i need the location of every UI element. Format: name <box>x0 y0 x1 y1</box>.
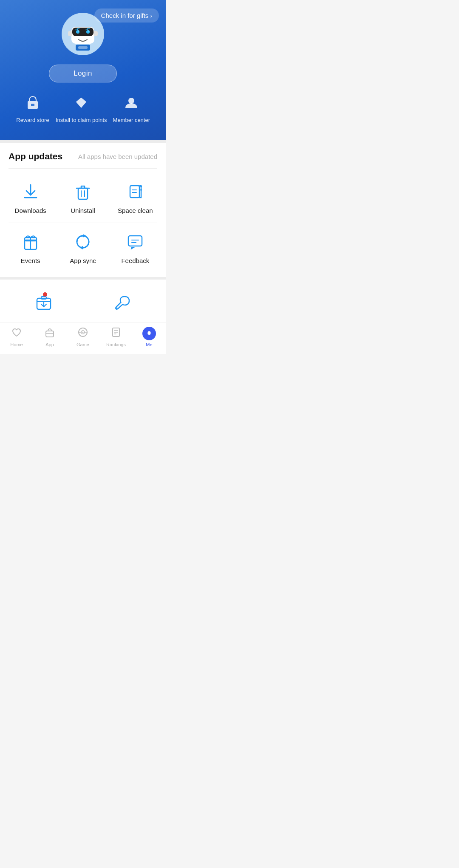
person-svg-icon <box>124 95 139 110</box>
events-label: Events <box>21 257 40 264</box>
sync-icon <box>72 231 94 253</box>
check-in-button[interactable]: Check in for gifts › <box>94 8 159 23</box>
game-nav-label: Game <box>76 342 89 347</box>
svg-rect-24 <box>46 331 54 337</box>
downloads-label: Downloads <box>15 207 46 214</box>
svg-point-8 <box>88 31 90 32</box>
svg-rect-4 <box>72 28 94 36</box>
grid-item-downloads[interactable]: Downloads <box>9 181 52 214</box>
feedback-svg-icon <box>125 232 145 252</box>
login-label: Login <box>74 69 92 77</box>
person-icon <box>124 95 139 113</box>
store-icon <box>25 95 40 113</box>
member-center-label: Member center <box>113 117 150 123</box>
bag-icon <box>44 327 55 340</box>
wrench-icon <box>111 291 133 314</box>
grid-item-space-clean[interactable]: Space clean <box>114 181 156 214</box>
grid-item-feedback[interactable]: Feedback <box>114 231 156 264</box>
check-in-label: Check in for gifts <box>101 12 149 19</box>
rankings-svg-icon <box>110 327 122 338</box>
svg-point-27 <box>82 332 84 333</box>
feedback-label: Feedback <box>121 257 149 264</box>
svg-rect-2 <box>68 31 72 36</box>
svg-rect-14 <box>78 188 88 199</box>
me-nav-label: Me <box>146 342 152 347</box>
app-updates-section: App updates All apps have been updated <box>0 140 166 169</box>
store-svg-icon <box>25 95 40 110</box>
app-nav-label: App <box>45 342 54 347</box>
nav-item-home[interactable]: Home <box>4 327 29 347</box>
bookmark-icon <box>110 327 122 340</box>
sync-svg-icon <box>73 232 93 252</box>
bottom-nav: Home App Game <box>0 322 166 354</box>
svg-rect-3 <box>94 31 98 36</box>
download-icon <box>20 181 42 203</box>
grid-item-events[interactable]: Events <box>9 231 52 264</box>
grid-row-2: Events App sync <box>0 223 166 273</box>
heart-icon <box>11 327 22 340</box>
partial-row <box>0 284 166 322</box>
app-updates-title: App updates <box>8 151 62 161</box>
gift-svg-icon <box>20 232 41 252</box>
trash-svg-icon <box>73 181 93 202</box>
chevron-right-icon: › <box>150 12 152 19</box>
me-icon <box>142 327 156 340</box>
svg-point-7 <box>78 31 79 32</box>
wrench-svg-icon <box>112 292 133 313</box>
svg-rect-20 <box>128 236 142 246</box>
install-points-label: Install to claim points <box>56 117 107 123</box>
game-svg-icon <box>77 327 88 338</box>
svg-point-17 <box>140 189 142 191</box>
grid-section-row1: Downloads Uninstall <box>0 169 166 277</box>
quick-action-install-points[interactable]: Install to claim points <box>56 95 107 123</box>
app-updates-status: All apps have been updated <box>78 153 157 160</box>
notification-badge <box>43 292 47 297</box>
gift-icon <box>20 231 42 253</box>
svg-point-33 <box>147 332 151 335</box>
reward-store-label: Reward store <box>16 117 49 123</box>
space-clean-label: Space clean <box>118 207 153 214</box>
update-manager-icon <box>33 291 55 314</box>
feedback-icon <box>124 231 146 253</box>
nav-item-game[interactable]: Game <box>70 327 96 347</box>
nav-item-rankings[interactable]: Rankings <box>103 327 129 347</box>
nav-item-app[interactable]: App <box>37 327 62 347</box>
login-button[interactable]: Login <box>49 65 117 82</box>
app-sync-label: App sync <box>70 257 96 264</box>
partial-item-update-manager[interactable] <box>23 291 65 314</box>
grid-row-1: Downloads Uninstall <box>0 173 166 223</box>
quick-action-reward-store[interactable]: Reward store <box>16 95 50 123</box>
quick-actions-row: Reward store Install to claim points Mem… <box>8 95 157 123</box>
rankings-nav-label: Rankings <box>106 342 126 347</box>
trash-icon <box>72 181 94 203</box>
clean-icon <box>124 181 146 203</box>
quick-action-member-center[interactable]: Member center <box>113 95 150 123</box>
me-inner-svg-icon <box>145 330 153 337</box>
me-circle <box>142 327 156 340</box>
download-svg-icon <box>20 181 41 202</box>
header-section: Check in for gifts › <box>0 0 166 140</box>
grid-item-uninstall[interactable]: Uninstall <box>62 181 104 214</box>
svg-point-16 <box>140 186 142 187</box>
diamond-svg-icon <box>74 95 89 110</box>
home-nav-label: Home <box>10 342 23 347</box>
grid-item-app-sync[interactable]: App sync <box>62 231 104 264</box>
gamepad-icon <box>77 327 88 340</box>
app-updates-row: App updates All apps have been updated <box>0 143 166 168</box>
svg-rect-12 <box>31 104 34 106</box>
bottom-partial-section <box>0 277 166 322</box>
clean-svg-icon <box>125 181 145 202</box>
svg-rect-10 <box>78 46 88 49</box>
nav-item-me[interactable]: Me <box>136 327 162 347</box>
diamond-icon <box>74 95 89 113</box>
partial-item-wrench[interactable] <box>101 291 144 314</box>
svg-point-23 <box>116 308 117 309</box>
svg-rect-15 <box>130 186 139 198</box>
app-bag-svg-icon <box>44 327 55 338</box>
home-heart-svg-icon <box>11 327 22 338</box>
uninstall-label: Uninstall <box>71 207 95 214</box>
svg-point-13 <box>128 98 134 104</box>
